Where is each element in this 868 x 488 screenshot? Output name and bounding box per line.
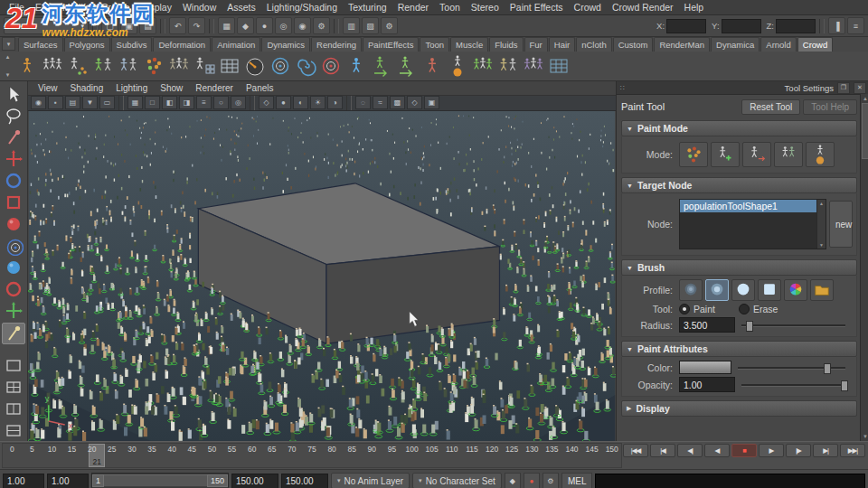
menu-help[interactable]: Help	[679, 2, 710, 13]
step-forward-key-button[interactable]: |▶	[786, 444, 811, 457]
shelf-menu-button[interactable]: ▾	[2, 37, 15, 51]
shelf-tab-custom[interactable]: Custom	[613, 37, 654, 52]
browse-stamps-icon[interactable]	[810, 279, 834, 301]
playback-end-field[interactable]: 150.00	[231, 474, 278, 488]
auto-keyframe-icon[interactable]: ●	[524, 473, 540, 488]
scrollbar-thumb[interactable]	[862, 103, 868, 159]
collapse-statusline-icon[interactable]: ≡	[847, 17, 864, 34]
profile-gaussian-icon[interactable]	[679, 279, 703, 301]
menu-toon[interactable]: Toon	[434, 2, 466, 13]
snap-view-plane-icon[interactable]: ◎	[275, 17, 292, 34]
menu-display[interactable]: Display	[135, 2, 176, 13]
make-live-icon[interactable]: ◉	[294, 17, 311, 34]
profile-color-wheel-icon[interactable]	[784, 279, 807, 301]
ipr-render-icon[interactable]: ▨	[362, 17, 379, 34]
camera-attributes-icon[interactable]: ▤	[65, 96, 80, 109]
multisample-icon[interactable]: ▩	[390, 96, 405, 109]
grid-icon[interactable]: ▦	[127, 96, 143, 109]
shelf-tab-dynamica[interactable]: Dynamica	[711, 37, 760, 52]
scatter-points-icon[interactable]	[141, 54, 165, 79]
playback-start-field[interactable]: 1.00	[47, 474, 89, 488]
panel-menu-panels[interactable]: Panels	[240, 83, 280, 93]
shelf-tab-painteffects[interactable]: PaintEffects	[363, 37, 420, 52]
lock-camera-icon[interactable]: ▪	[48, 96, 63, 109]
layout-two-pane-vertical[interactable]	[3, 399, 24, 419]
character-set-dropdown[interactable]: ▾ No Character Set	[412, 473, 502, 488]
formation-grid-icon[interactable]	[192, 54, 216, 79]
slider-handle[interactable]	[824, 363, 831, 374]
gate-mask-icon[interactable]: ◨	[179, 96, 194, 109]
menu-crowd-render[interactable]: Crowd Render	[607, 2, 679, 13]
opacity-field[interactable]: 1.00	[679, 377, 735, 392]
reset-tool-button[interactable]: Reset Tool	[741, 99, 800, 115]
shelf-tab-hair[interactable]: Hair	[549, 37, 575, 52]
rotate-tool[interactable]	[3, 171, 24, 191]
panel-menu-lighting[interactable]: Lighting	[109, 83, 154, 93]
target-node-header[interactable]: ▼ Target Node	[621, 177, 857, 193]
record-button[interactable]: ■	[731, 444, 757, 457]
construction-history-icon[interactable]: ⚙	[313, 17, 330, 34]
panel-menu-show[interactable]: Show	[154, 83, 189, 93]
erase-radio[interactable]	[739, 304, 750, 314]
panel-scrollbar[interactable]: ▲ ▼	[860, 94, 868, 441]
lasso-select-tool[interactable]	[3, 106, 24, 126]
range-end-handle[interactable]: 150	[207, 474, 228, 487]
coord-input-z[interactable]	[776, 19, 816, 33]
erase-radio-label[interactable]: Erase	[753, 304, 778, 314]
soft-mod-tool[interactable]	[3, 214, 24, 234]
menu-crowd[interactable]: Crowd	[569, 2, 607, 13]
vortex-field-icon[interactable]	[293, 54, 317, 79]
animation-end-field[interactable]: 150.00	[281, 474, 328, 488]
paint-attributes-header[interactable]: ▼ Paint Attributes	[621, 341, 857, 357]
motion-blur-icon[interactable]: ≈	[373, 96, 388, 109]
scroll-down-icon[interactable]: ▼	[819, 242, 824, 248]
crowd-manager-icon[interactable]	[14, 54, 39, 79]
walk-behavior-icon[interactable]	[394, 54, 419, 79]
shelf-tab-arnold[interactable]: Arnold	[760, 37, 796, 52]
step-back-key-button[interactable]: ◀|	[677, 444, 703, 457]
shelf-tab-subdivs[interactable]: Subdivs	[111, 37, 153, 52]
panel-dock-grip-icon[interactable]: ∷	[620, 84, 625, 92]
opacity-slider[interactable]	[741, 379, 845, 390]
panel-menu-renderer[interactable]: Renderer	[189, 83, 240, 93]
scroll-up-icon[interactable]: ▲	[819, 201, 824, 206]
node-list-item[interactable]: populationToolShape1	[680, 200, 817, 212]
shelf-tab-toon[interactable]: Toon	[420, 37, 449, 52]
shelf-tab-renderman[interactable]: RenderMan	[654, 37, 710, 52]
go-to-start-button[interactable]: |◀◀	[623, 444, 648, 457]
panel-menu-shading[interactable]: Shading	[64, 83, 110, 93]
menu-paint-effects[interactable]: Paint Effects	[505, 2, 569, 13]
radius-field[interactable]: 3.500	[679, 317, 735, 333]
shelf-tab-ncloth[interactable]: nCloth	[576, 37, 611, 52]
mode-replace-icon[interactable]	[774, 142, 803, 167]
panel-menu-view[interactable]: View	[32, 83, 64, 93]
layout-four-pane[interactable]	[3, 378, 24, 398]
anim-prefs-icon[interactable]: ⚙	[542, 473, 559, 488]
select-camera-icon[interactable]: ◉	[31, 96, 46, 109]
anim-key-icon[interactable]: ◆	[505, 473, 521, 488]
close-icon[interactable]: ✕	[854, 82, 866, 94]
xray-icon[interactable]: ◇	[407, 96, 422, 109]
range-slider[interactable]: 1 150	[91, 473, 229, 488]
animation-start-field[interactable]: 1.00	[3, 474, 44, 488]
render-settings-icon[interactable]: ⚙	[381, 17, 398, 34]
slider-handle[interactable]	[841, 380, 848, 391]
select-tool[interactable]	[3, 84, 24, 104]
crowd-cache-icon[interactable]	[546, 54, 571, 79]
menu-file[interactable]: File	[4, 2, 30, 13]
shelf-tab-rendering[interactable]: Rendering	[311, 37, 362, 52]
undo-icon[interactable]: ↶	[169, 17, 186, 34]
time-slider[interactable]: 21 0510152025303540455055606570758085909…	[2, 443, 622, 468]
color-swatch[interactable]	[679, 361, 731, 374]
command-line-input[interactable]	[595, 474, 865, 488]
paint-select-tool[interactable]	[3, 127, 24, 147]
menu-lighting-shading[interactable]: Lighting/Shading	[261, 2, 343, 13]
crowd-orient-tool[interactable]	[3, 279, 24, 299]
entity-types-icon[interactable]	[116, 54, 140, 79]
coord-input-x[interactable]	[666, 19, 706, 33]
layout-single-pane[interactable]	[3, 356, 24, 376]
shelf-tab-deformation[interactable]: Deformation	[153, 37, 211, 52]
population-tool-icon[interactable]	[40, 54, 64, 79]
smooth-shade-icon[interactable]: ●	[276, 96, 291, 109]
redo-icon[interactable]: ↷	[188, 17, 205, 34]
